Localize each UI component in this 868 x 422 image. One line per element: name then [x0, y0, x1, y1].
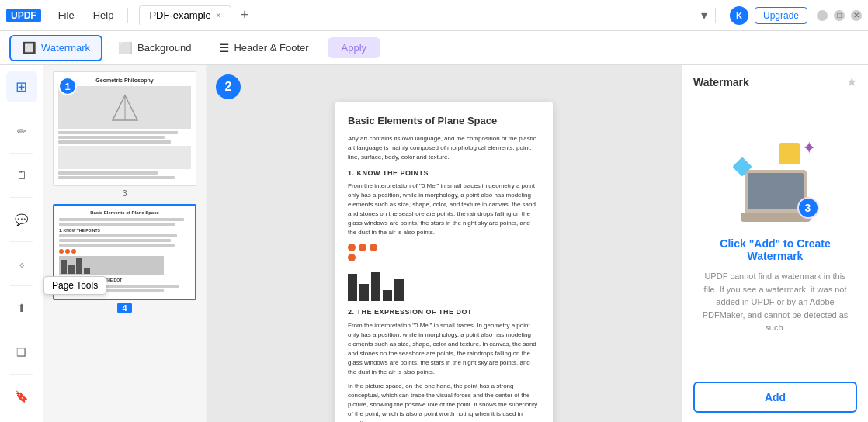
right-panel: Watermark ★ ✦ 3 [682, 65, 868, 422]
add-watermark-button[interactable]: Add [693, 382, 857, 413]
thumb-text-3 [58, 140, 171, 144]
watermark-illustration: ✦ 3 [729, 137, 822, 222]
tab-add-btn[interactable]: + [234, 7, 255, 23]
edit-icon: ✏ [17, 125, 26, 137]
tab-pdf-example[interactable]: PDF-example × [139, 5, 231, 25]
thumb-text-5 [58, 176, 175, 179]
thumbnail-page-3[interactable]: Geometric Philosophy 1 3 [50, 71, 200, 198]
apply-button[interactable]: Apply [328, 37, 381, 58]
sidebar-sep-5 [10, 285, 33, 286]
tab-area: PDF-example × + [139, 5, 701, 25]
orange-dots [348, 244, 540, 264]
thumb-text-2 [58, 136, 165, 139]
right-panel-header: Watermark ★ [682, 65, 868, 99]
thumb-geo-image [58, 86, 191, 129]
minimize-button[interactable]: — [817, 10, 828, 21]
sidebar-sep-1 [10, 109, 33, 109]
thumb-text-1 [58, 131, 178, 134]
bookmark-icon: 🔖 [15, 390, 28, 403]
watermark-tool-btn[interactable]: 🔲 Watermark [9, 35, 102, 61]
sidebar-sep-3 [10, 197, 33, 198]
page-tools-icon: ⬦ [19, 258, 25, 270]
bar-chart [348, 270, 540, 301]
thumbnail-panel: Geometric Philosophy 1 3 [43, 65, 207, 422]
click-add-heading: Click "Add" to Create Watermark [698, 237, 852, 262]
sidebar-sep-7 [10, 374, 33, 375]
sidebar-sep-4 [10, 241, 33, 242]
thumb-label-3: 3 [122, 189, 127, 198]
thumb-img-bottom [58, 146, 191, 169]
main-layout: ⊞ ✏ 🗒 💬 ⬦ Page Tools ⬆ ❑ 🔖 [0, 65, 868, 422]
page-intro: Any art contains its own language, and t… [348, 134, 540, 162]
sidebar-sep-6 [10, 330, 33, 330]
menu-separator [127, 8, 128, 23]
sidebar-sep-2 [10, 153, 33, 154]
laptop-screen [748, 173, 804, 209]
center-content: 2 Basic Elements of Plane Space Any art … [207, 65, 682, 422]
export-icon: ⬆ [17, 302, 26, 314]
thumb-label-4: 4 [117, 303, 131, 313]
thumb-title-3: Geometric Philosophy [58, 77, 191, 84]
badge-3: 3 [797, 197, 819, 219]
header-separator [715, 8, 716, 23]
thumb-text-4 [58, 171, 158, 175]
header-footer-tool-btn[interactable]: ☰ Header & Footer [207, 35, 321, 61]
header-footer-icon: ☰ [219, 41, 229, 55]
page-preview: Basic Elements of Plane Space Any art co… [335, 102, 553, 422]
section1-heading: 1. KNOW THE POINTS [348, 168, 540, 179]
puzzle-yellow [779, 143, 800, 164]
star-button[interactable]: ★ [846, 74, 857, 89]
layers-icon: ❑ [16, 346, 26, 358]
tab-close-btn[interactable]: × [216, 10, 221, 21]
stamp-icon: 🗒 [16, 169, 27, 182]
background-tool-btn[interactable]: ⬜ Background [106, 35, 203, 61]
background-icon: ⬜ [118, 41, 133, 55]
section2-text: From the interpretation "0 Mei" in small… [348, 321, 540, 377]
window-controls: — □ ✕ [817, 10, 862, 21]
sidebar: ⊞ ✏ 🗒 💬 ⬦ Page Tools ⬆ ❑ 🔖 [0, 65, 43, 422]
sidebar-export-btn[interactable]: ⬆ [6, 292, 37, 323]
menu-help[interactable]: Help [84, 6, 123, 24]
menu-file[interactable]: File [49, 6, 84, 24]
thumb-img-3: Geometric Philosophy 1 [53, 71, 196, 186]
page-card: Basic Elements of Plane Space Any art co… [335, 102, 553, 422]
close-button[interactable]: ✕ [851, 10, 862, 21]
sidebar-stamp-btn[interactable]: 🗒 [6, 160, 37, 191]
watermark-icon: 🔲 [22, 41, 36, 55]
user-area: K Upgrade [730, 6, 807, 25]
app-logo: UPDF [6, 9, 41, 22]
avatar: K [730, 6, 748, 25]
page-tools-tooltip: Page Tools [43, 276, 106, 295]
sidebar-layers-btn[interactable]: ❑ [6, 337, 37, 368]
watermark-info-text: UPDF cannot find a watermark in this fil… [698, 270, 852, 334]
section1-text: From the interpretation of "0 Mei" in sm… [348, 182, 540, 237]
thumbnail-icon: ⊞ [16, 78, 27, 95]
right-panel-title: Watermark [693, 76, 749, 88]
thumb-page4-title: Basic Elements of Plane Space [59, 210, 190, 216]
sidebar-page-tools-btn[interactable]: ⬦ [6, 248, 37, 279]
sidebar-edit-btn[interactable]: ✏ [6, 116, 37, 147]
upgrade-button[interactable]: Upgrade [755, 7, 807, 24]
header-footer-label: Header & Footer [234, 42, 308, 54]
toolbar: 🔲 Watermark ⬜ Background ☰ Header & Foot… [0, 31, 868, 65]
sidebar-comment-btn[interactable]: 💬 [6, 204, 37, 235]
right-panel-footer: Add [682, 372, 868, 422]
sidebar-thumbnail-btn[interactable]: ⊞ [6, 71, 37, 102]
watermark-label: Watermark [41, 42, 90, 54]
puzzle-purple: ✦ [802, 140, 816, 157]
title-bar: UPDF File Help PDF-example × + ▾ K Upgra… [0, 0, 868, 31]
maximize-button[interactable]: □ [834, 10, 845, 21]
thumbnail-page-4[interactable]: Basic Elements of Plane Space 1. KNOW TH… [50, 204, 200, 313]
badge-1: 1 [58, 77, 77, 95]
section3-text: In the picture space, on the one hand, t… [348, 382, 540, 422]
tab-label: PDF-example [149, 9, 210, 21]
page-card-title: Basic Elements of Plane Space [348, 115, 540, 128]
tabs-dropdown-btn[interactable]: ▾ [701, 8, 707, 22]
right-panel-body: ✦ 3 Click "Add" to Create Watermark UPDF… [682, 99, 868, 372]
section2-heading: 2. THE EXPRESSION OF THE DOT [348, 307, 540, 318]
background-label: Background [137, 42, 191, 54]
comment-icon: 💬 [15, 213, 28, 226]
badge-2: 2 [216, 74, 241, 99]
sidebar-bookmark-btn[interactable]: 🔖 [6, 381, 37, 412]
